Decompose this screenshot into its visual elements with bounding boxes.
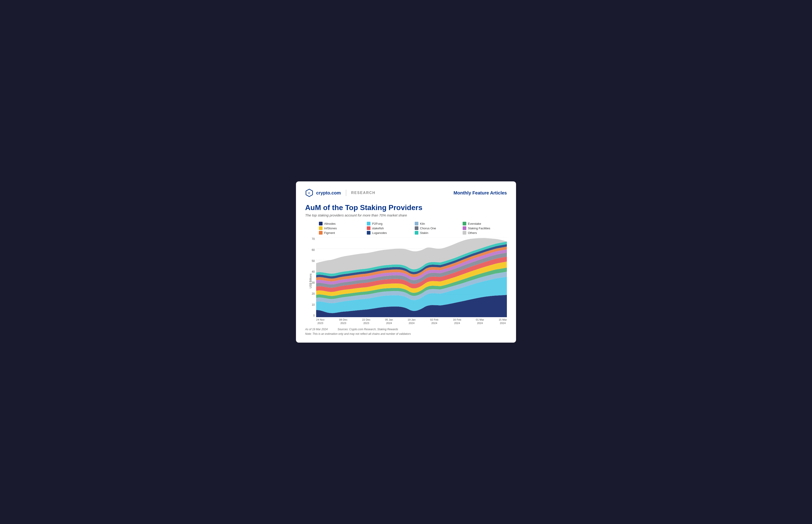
legend-label: Everstake xyxy=(468,222,481,226)
x-axis-tick: 05 Jan2024 xyxy=(385,318,393,325)
legend-label: InfStones xyxy=(324,227,337,230)
chart-legend: Allnodes P2P.org Kiln Everstake InfStone… xyxy=(305,222,507,234)
y-axis-tick: 30 xyxy=(312,281,315,284)
x-axis-tick: 19 Jan2024 xyxy=(408,318,416,325)
y-axis-tick: 10 xyxy=(312,303,315,306)
crypto-logo-icon: C xyxy=(305,189,313,197)
x-axis-tick: 02 Feb2024 xyxy=(430,318,438,325)
footer-disclaimer: Note: This is an estimation only and may… xyxy=(305,332,411,335)
x-axis-tick: 22 Dec2023 xyxy=(362,318,370,325)
y-axis-tick: 60 xyxy=(312,248,315,251)
logo-area: C crypto.com RESEARCH xyxy=(305,189,376,197)
footer-date: As of 19 Mar 2024 xyxy=(305,328,328,331)
monthly-feature-label: Monthly Feature Articles xyxy=(453,190,507,196)
y-grid-labels: 706050403020100 xyxy=(305,238,316,317)
legend-item: InfStones xyxy=(319,226,363,230)
x-axis-tick: 15 Mar2024 xyxy=(499,318,507,325)
y-axis-tick: 70 xyxy=(312,238,315,241)
legend-label: Stakin xyxy=(420,231,428,234)
chart-title: AuM of the Top Staking Providers xyxy=(305,203,507,212)
legend-color-swatch xyxy=(415,226,418,230)
legend-label: Kiln xyxy=(420,222,425,226)
legend-label: Staking Facilities xyxy=(468,227,491,230)
legend-label: Allnodes xyxy=(324,222,336,226)
legend-item: Staking Facilities xyxy=(463,226,507,230)
legend-item: Chorus One xyxy=(415,226,459,230)
y-axis-tick: 40 xyxy=(312,270,315,273)
x-axis: 24 Nov202308 Dec202322 Dec202305 Jan2024… xyxy=(316,317,507,325)
legend-color-swatch xyxy=(367,222,370,226)
legend-color-swatch xyxy=(319,231,322,234)
legend-label: Figment xyxy=(324,231,335,234)
legend-item: Everstake xyxy=(463,222,507,226)
legend-item: stakefish xyxy=(367,226,411,230)
legend-color-swatch xyxy=(367,226,370,230)
legend-label: P2P.org xyxy=(372,222,382,226)
main-card: C crypto.com RESEARCH Monthly Feature Ar… xyxy=(296,181,516,342)
chart-subtitle: The top staking providers account for mo… xyxy=(305,213,507,217)
legend-label: Others xyxy=(468,231,477,234)
logo-text: crypto.com xyxy=(316,190,341,196)
legend-label: stakefish xyxy=(372,227,384,230)
legend-item: P2P.org xyxy=(367,222,411,226)
legend-item: Allnodes xyxy=(319,222,363,226)
legend-color-swatch xyxy=(367,231,370,234)
legend-color-swatch xyxy=(463,222,466,226)
chart-container: US$ Billions 706050403020100 xyxy=(305,238,507,325)
legend-color-swatch xyxy=(463,226,466,230)
header-divider xyxy=(346,190,346,196)
legend-color-swatch xyxy=(319,222,322,226)
x-axis-tick: 01 Mar2024 xyxy=(476,318,484,325)
x-axis-tick: 16 Feb2024 xyxy=(453,318,461,325)
chart-footer: As of 19 Mar 2024 Sources: Crypto.com Re… xyxy=(305,327,507,336)
legend-label: Luganodes xyxy=(372,231,387,234)
legend-item: Others xyxy=(463,231,507,234)
x-axis-tick: 08 Dec2023 xyxy=(339,318,347,325)
y-axis-tick: 0 xyxy=(313,314,315,317)
legend-color-swatch xyxy=(319,226,322,230)
svg-text:C: C xyxy=(308,192,310,195)
legend-item: Figment xyxy=(319,231,363,234)
x-axis-tick: 24 Nov2023 xyxy=(316,318,325,325)
legend-label: Chorus One xyxy=(420,227,436,230)
legend-color-swatch xyxy=(463,231,466,234)
y-axis-tick: 50 xyxy=(312,259,315,263)
footer-sources: Sources: Crypto.com Research, Staking Re… xyxy=(337,328,398,331)
legend-item: Luganodes xyxy=(367,231,411,234)
y-axis-tick: 20 xyxy=(312,292,315,295)
legend-color-swatch xyxy=(415,231,418,234)
header: C crypto.com RESEARCH Monthly Feature Ar… xyxy=(305,189,507,197)
chart-svg-area xyxy=(316,238,507,317)
legend-item: Stakin xyxy=(415,231,459,234)
research-label: RESEARCH xyxy=(351,191,376,195)
legend-item: Kiln xyxy=(415,222,459,226)
legend-color-swatch xyxy=(415,222,418,226)
